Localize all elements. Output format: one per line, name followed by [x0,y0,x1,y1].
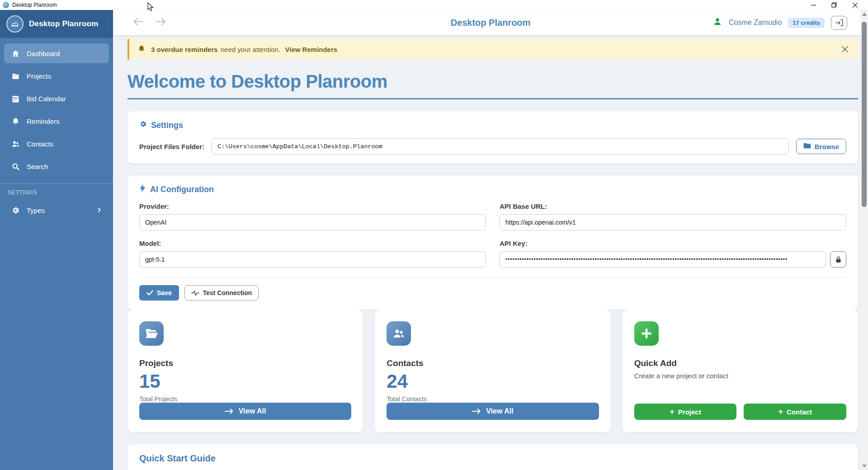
credits-badge: 17 credits [788,18,825,28]
sidebar-item-label: Reminders [27,118,60,125]
settings-card-title: Settings [151,121,183,130]
alert-bell-icon [137,45,146,54]
logout-button[interactable] [831,16,847,30]
window-titlebar: Desktop Planroom [0,0,868,10]
stat-title: Projects [139,358,351,368]
browse-button[interactable]: Browse [796,139,846,154]
main-content: 3 overdue reminders need your attention.… [113,35,868,470]
add-contact-button[interactable]: + Contact [744,404,846,420]
sidebar-item-label: Types [27,207,45,214]
nav-forward-button[interactable] [156,18,166,28]
stat-value: 24 [387,372,599,391]
sidebar-item-types[interactable]: Types [4,200,109,220]
bolt-icon [139,184,146,194]
plus-icon [634,321,659,346]
provider-input[interactable] [139,214,486,230]
search-icon [11,162,20,171]
sidebar-brand: Desktop Planroom [0,10,113,38]
view-all-contacts-button[interactable]: View All [387,403,599,420]
arrow-right-icon [472,408,481,414]
scrollbar-thumb[interactable] [862,22,867,207]
welcome-heading-wrap: Welcome to Desktop Planroom [127,71,858,99]
stat-subtitle: Total Contacts [387,395,599,403]
folder-icon [11,71,20,80]
user-name[interactable]: Cosme Zamudio [729,19,782,27]
api-base-url-label: API Base URL: [500,202,846,210]
contacts-people-icon [387,321,411,346]
contacts-stat-card: Contacts 24 Total Contacts View All [375,310,610,432]
test-connection-label: Test Connection [203,289,252,296]
alert-bold-text: 3 overdue reminders [151,46,218,53]
scrollbar-up-arrow[interactable] [862,13,867,16]
view-all-projects-button[interactable]: View All [139,403,351,420]
folder-label: Project Files Folder: [139,143,204,150]
restore-button[interactable] [824,0,844,10]
app-icon [3,2,9,8]
projects-stat-card: Projects 15 Total Projects View All [127,310,363,432]
sidebar-section-label: SETTINGS [0,189,113,196]
close-icon [842,46,848,52]
chevron-right-icon [96,207,102,214]
close-button[interactable] [844,0,865,10]
sidebar-item-label: Search [27,163,48,170]
page-title: Desktop Planroom [451,18,531,28]
provider-label: Provider: [139,202,486,210]
view-reminders-link[interactable]: View Reminders [285,46,338,53]
reveal-key-button[interactable] [830,251,846,268]
folder-icon [803,142,811,150]
quick-add-subtitle: Create a new project or contact [634,372,846,380]
ai-configuration-card: AI Configuration Provider: API Base URL:… [127,175,858,310]
vertical-scrollbar[interactable] [860,10,868,470]
window-title: Desktop Planroom [12,2,57,8]
minimize-icon [811,3,816,8]
sidebar-item-label: Projects [27,72,51,80]
folder-path-input[interactable] [212,138,789,155]
close-icon [853,3,858,8]
settings-card: Settings Project Files Folder: Browse [127,111,858,164]
sidebar-item-contacts[interactable]: Contacts [4,134,109,154]
top-header: Desktop Planroom Cosme Zamudio 17 credit… [113,10,868,35]
save-button[interactable]: Save [139,285,179,301]
add-project-label: Project [678,408,701,416]
model-input[interactable] [139,251,486,268]
alert-close-button[interactable] [840,44,850,54]
scrollbar-down-arrow[interactable] [862,465,867,468]
api-base-url-input[interactable] [500,214,846,230]
brand-name: Desktop Planroom [29,19,98,28]
sidebar-item-projects[interactable]: Projects [4,66,109,86]
people-icon [11,139,20,148]
stat-title: Contacts [387,358,599,368]
home-icon [11,49,20,58]
api-key-input[interactable] [500,251,826,268]
sidebar-nav: Dashboard Projects Bid Calendar Reminder… [0,38,113,176]
nav-back-button[interactable] [133,18,144,28]
add-project-button[interactable]: + Project [634,404,737,420]
ai-card-divider [139,277,846,278]
view-all-label: View All [486,407,513,415]
sidebar-item-bid-calendar[interactable]: Bid Calendar [4,89,109,108]
sidebar-item-label: Contacts [27,140,53,148]
mouse-cursor [147,2,154,11]
sidebar-item-search[interactable]: Search [4,156,109,176]
gear-icon [139,120,147,130]
projects-folder-icon [139,321,164,346]
sidebar-item-label: Bid Calendar [27,95,66,103]
sidebar-item-dashboard[interactable]: Dashboard [4,43,109,63]
lock-icon [835,256,842,263]
overdue-alert-banner: 3 overdue reminders need your attention.… [127,39,858,60]
logout-icon [835,19,843,26]
model-label: Model: [139,240,486,247]
calendar-icon [11,94,20,103]
view-all-label: View All [239,407,266,415]
quick-add-card: Quick Add Create a new project or contac… [623,310,858,432]
sidebar-item-reminders[interactable]: Reminders [4,111,109,131]
sidebar: Desktop Planroom Dashboard Projects Bid … [0,10,113,470]
arrow-right-icon [225,408,234,414]
sidebar-settings-nav: Types [0,200,113,220]
sidebar-item-label: Dashboard [27,50,60,57]
minimize-button[interactable] [803,0,824,10]
stat-value: 15 [139,372,351,391]
quick-start-card: Quick Start Guide [127,444,858,470]
test-connection-button[interactable]: Test Connection [184,285,259,301]
app-logo-icon [6,15,24,33]
